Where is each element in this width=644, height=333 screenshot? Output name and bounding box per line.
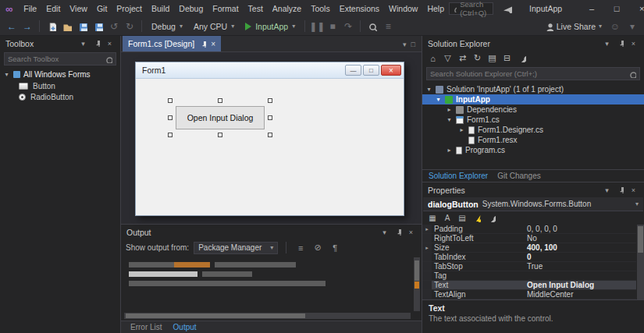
refresh-icon[interactable]: ↻ <box>471 52 484 65</box>
property-value[interactable]: No <box>524 234 636 243</box>
property-value[interactable]: 0 <box>524 253 636 261</box>
tab-output[interactable]: Output <box>173 323 197 331</box>
property-value[interactable]: MiddleCenter <box>524 290 636 299</box>
menu-format[interactable]: Format <box>208 4 243 13</box>
property-row-righttoleft[interactable]: RightToLeft No <box>422 234 636 243</box>
chevron-expanded-icon[interactable]: ▾ <box>435 96 442 103</box>
solution-explorer-search-input[interactable] <box>430 69 628 78</box>
solution-platform-dropdown[interactable]: Any CPU ▾ <box>189 19 239 34</box>
menu-extensions[interactable]: Extensions <box>335 4 384 13</box>
property-row-tag[interactable]: Tag <box>422 271 636 281</box>
tab-error-list[interactable]: Error List <box>130 323 162 331</box>
resize-handle-n[interactable] <box>218 98 222 103</box>
scrollbar-thumb[interactable] <box>638 226 643 253</box>
open-file-icon[interactable] <box>60 19 74 34</box>
toolbox-header[interactable]: Toolbox ▾ × <box>0 36 120 51</box>
property-name[interactable]: Tag <box>432 271 524 280</box>
comment-icon[interactable]: ≡ <box>381 19 395 34</box>
chevron-down-icon[interactable]: ▾ <box>78 38 88 48</box>
selected-object-dropdown[interactable]: dialogButton System.Windows.Forms.Button… <box>423 197 643 211</box>
property-name[interactable]: TextAlign <box>432 290 524 299</box>
minimize-button[interactable]: – <box>579 0 604 17</box>
solution-configuration-dropdown[interactable]: Debug ▾ <box>147 19 187 34</box>
categorized-icon[interactable]: ▦ <box>426 212 439 224</box>
property-name[interactable]: Text <box>432 281 524 289</box>
property-name[interactable]: TabStop <box>432 262 524 271</box>
toolbox-group-all-windows-forms[interactable]: ▾ All Windows Forms <box>0 69 120 80</box>
properties-header[interactable]: Properties ▾ × <box>422 182 644 197</box>
output-log[interactable] <box>121 256 422 321</box>
pin-icon[interactable] <box>615 38 625 48</box>
menu-window[interactable]: Window <box>384 4 422 13</box>
chevron-right-icon[interactable]: ▸ <box>458 126 465 133</box>
maximize-button[interactable]: □ <box>604 0 629 17</box>
tree-item-solution[interactable]: ▾ Solution 'InputApp' (1 of 1 project) <box>422 84 644 94</box>
property-value[interactable]: True <box>524 262 636 271</box>
save-all-icon[interactable] <box>91 19 105 34</box>
properties-scrollbar[interactable] <box>637 225 644 299</box>
find-in-files-icon[interactable] <box>365 19 379 34</box>
designed-dialog-button[interactable]: Open Input Dialog <box>176 106 265 129</box>
start-debugging-button[interactable]: InputApp ▾ <box>240 19 300 34</box>
tree-item-program-cs[interactable]: ▸ Program.cs <box>422 145 644 155</box>
property-row-tabstop[interactable]: TabStop True <box>422 262 636 271</box>
expander-icon[interactable]: ▸ <box>422 225 432 233</box>
sync-with-active-document-icon[interactable]: ⇄ <box>456 52 469 65</box>
alphabetical-icon[interactable]: A <box>441 212 454 224</box>
new-file-icon[interactable] <box>44 19 59 34</box>
property-row-tabindex[interactable]: TabIndex 0 <box>422 253 636 262</box>
scrollbar-thumb[interactable] <box>415 260 419 281</box>
chevron-expanded-icon[interactable]: ▾ <box>3 71 10 78</box>
resize-handle-e[interactable] <box>268 115 272 120</box>
resize-handle-w[interactable] <box>168 115 173 120</box>
menu-help[interactable]: Help <box>422 4 449 13</box>
chevron-right-icon[interactable]: ▸ <box>446 106 453 113</box>
property-row-text[interactable]: Text Open Input Dialog <box>422 281 636 290</box>
pin-icon[interactable] <box>91 38 101 48</box>
tab-form1-design[interactable]: Form1.cs [Design] × <box>123 36 221 51</box>
properties-view-icon[interactable]: ▤ <box>456 212 468 224</box>
close-icon[interactable]: × <box>628 38 639 48</box>
close-icon[interactable]: × <box>105 38 115 48</box>
menu-file[interactable]: File <box>19 4 41 13</box>
menu-debug[interactable]: Debug <box>174 4 208 13</box>
property-name[interactable]: RightToLeft <box>432 234 524 243</box>
close-tab-icon[interactable]: × <box>211 40 215 48</box>
resize-handle-ne[interactable] <box>268 98 272 103</box>
toolbox-item-button[interactable]: Button <box>0 80 120 91</box>
word-wrap-icon[interactable]: ¶ <box>329 242 341 254</box>
menu-analyze[interactable]: Analyze <box>268 4 306 13</box>
designed-form-body[interactable]: Open Input Dialog <box>136 79 404 215</box>
resize-handle-nw[interactable] <box>168 98 173 103</box>
scrollbar-thumb[interactable] <box>126 314 305 318</box>
resize-handle-s[interactable] <box>218 133 222 137</box>
collapse-all-icon[interactable]: ⊟ <box>500 52 514 65</box>
toolbar-overflow-icon[interactable]: ▾ <box>625 19 639 34</box>
close-icon[interactable]: × <box>628 185 639 195</box>
property-row-size[interactable]: ▸ Size 400, 100 <box>422 243 636 253</box>
float-window-icon[interactable]: □ <box>411 41 415 48</box>
property-pages-icon[interactable] <box>486 212 498 224</box>
property-row-textalign[interactable]: TextAlign MiddleCenter <box>422 290 636 299</box>
chevron-down-icon[interactable]: ▾ <box>379 227 390 237</box>
toolbox-search[interactable] <box>4 52 116 66</box>
menu-tools[interactable]: Tools <box>306 4 335 13</box>
tab-git-changes[interactable]: Git Changes <box>497 172 541 180</box>
pin-icon[interactable] <box>615 185 625 195</box>
toolbox-item-radiobutton[interactable]: RadioButton <box>0 91 120 102</box>
property-row-padding[interactable]: ▸ Padding 0, 0, 0, 0 <box>422 225 636 234</box>
forms-designer-surface[interactable]: Form1 — □ × Open Input Dialog <box>121 51 422 224</box>
tab-solution-explorer[interactable]: Solution Explorer <box>429 172 488 180</box>
pin-icon[interactable] <box>199 41 206 48</box>
property-name[interactable]: Padding <box>432 225 524 233</box>
tree-item-form1-designer-cs[interactable]: ▸ Form1.Designer.cs <box>422 125 644 135</box>
quick-search-box[interactable]: Search (Ctrl+Q) <box>449 2 493 15</box>
property-name[interactable]: TabIndex <box>432 253 524 261</box>
resize-handle-sw[interactable] <box>168 133 173 137</box>
toolbox-search-input[interactable] <box>8 55 105 63</box>
navigate-forward-icon[interactable]: → <box>20 19 34 34</box>
expander-icon[interactable]: ▸ <box>422 243 432 252</box>
tree-item-form1-cs[interactable]: ▾ Form1.cs <box>422 115 644 125</box>
pin-icon[interactable] <box>393 227 403 237</box>
control-selection[interactable]: Open Input Dialog <box>170 101 270 135</box>
